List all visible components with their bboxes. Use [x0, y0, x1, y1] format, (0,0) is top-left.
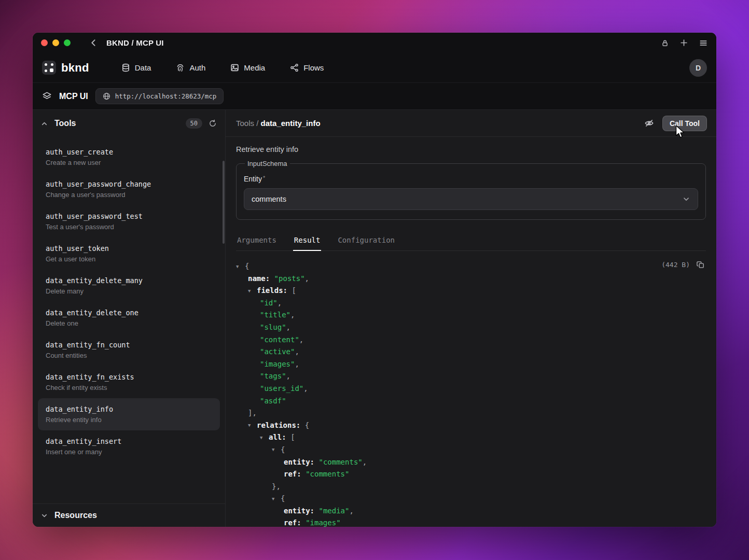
json-line: "tags", [236, 370, 706, 383]
sidebar-scrollbar[interactable] [223, 161, 225, 244]
tool-name: data_entity_fn_exists [46, 373, 212, 381]
json-line: "content", [236, 334, 706, 346]
lock-icon[interactable] [661, 39, 669, 47]
globe-icon [103, 92, 110, 100]
tab-result[interactable]: Result [293, 231, 322, 251]
json-punct: [ [286, 433, 295, 441]
new-tab-icon[interactable] [679, 38, 688, 47]
sidebar-item-auth_user_create[interactable]: auth_user_createCreate a new user [38, 141, 220, 173]
nav-item-flows[interactable]: Flows [290, 63, 324, 72]
json-string: "content" [260, 335, 299, 344]
sidebar-item-data_entity_delete_one[interactable]: data_entity_delete_oneDelete one [38, 302, 220, 334]
call-tool-button[interactable]: Call Tool [662, 116, 707, 131]
tool-description: Retrieve entity info [236, 145, 706, 153]
json-string: "title" [260, 311, 290, 319]
entity-select-value: comments [252, 195, 286, 203]
close-window-button[interactable] [41, 39, 48, 46]
traffic-lights [41, 39, 71, 46]
tool-name: data_entity_info [46, 405, 212, 413]
json-line: name: "posts", [236, 273, 706, 285]
json-line: ref: "comments" [236, 468, 706, 481]
tree-toggle-icon[interactable]: ▼ [248, 285, 257, 298]
tool-name: data_entity_insert [46, 437, 212, 445]
tree-toggle-icon[interactable]: ▼ [260, 432, 269, 444]
tools-sidebar: Tools 50 auth_user_createCreate a new us… [33, 110, 226, 527]
mcp-url-pill[interactable]: http://localhost:28623/mcp [95, 88, 224, 104]
sidebar-item-auth_user_password_test[interactable]: auth_user_password_testTest a user's pas… [38, 205, 220, 237]
tree-toggle-icon[interactable]: ▼ [248, 419, 257, 432]
breadcrumb-current: data_entity_info [261, 119, 321, 128]
json-line: ▼{ [236, 493, 706, 505]
bknd-logo[interactable]: bknd [42, 61, 89, 75]
json-punct: { [281, 445, 285, 454]
tool-description: Retrieve entity info [46, 416, 212, 424]
breadcrumb-section[interactable]: Tools [236, 119, 254, 128]
fingerprint-icon [176, 63, 185, 72]
page-title: MCP UI [59, 92, 88, 101]
primary-nav: Data Auth Media Flows [121, 63, 324, 72]
sidebar-item-data_entity_info[interactable]: data_entity_infoRetrieve entity info [38, 398, 220, 430]
json-punct: , [290, 311, 295, 319]
back-icon[interactable] [89, 38, 98, 47]
sidebar-item-data_entity_delete_many[interactable]: data_entity_delete_manyDelete many [38, 270, 220, 302]
chevron-down-icon [40, 512, 48, 520]
sidebar-item-data_entity_insert[interactable]: data_entity_insertInsert one or many [38, 430, 220, 463]
tab-configuration[interactable]: Configuration [337, 231, 396, 250]
tool-description: Insert one or many [46, 448, 212, 456]
json-key: entity: [284, 458, 314, 466]
result-json-viewer: (442 B) ▼{name: "posts",▼fields: ["id","… [236, 251, 706, 527]
input-schema-group: InputSchema Entity* comments [236, 160, 706, 220]
nav-label: Media [244, 63, 265, 72]
eye-off-icon[interactable] [644, 118, 654, 128]
app-window: BKND / MCP UI bknd Data Auth [33, 33, 716, 527]
tool-description: Delete many [46, 287, 212, 295]
input-schema-legend: InputSchema [245, 160, 290, 167]
json-line: ▼{ [236, 444, 706, 456]
tree-toggle-icon[interactable]: ▼ [236, 261, 245, 273]
json-line: }, [236, 481, 706, 493]
json-string: "slug" [260, 323, 286, 331]
copy-icon[interactable] [696, 260, 705, 269]
sidebar-item-auth_user_token[interactable]: auth_user_tokenGet a user token [38, 237, 220, 270]
json-punct [270, 274, 274, 283]
tree-toggle-icon[interactable]: ▼ [272, 444, 281, 456]
json-key: fields: [257, 286, 287, 295]
nav-item-media[interactable]: Media [230, 63, 265, 72]
json-string: "comments" [306, 470, 349, 478]
tools-section-header[interactable]: Tools 50 [33, 110, 225, 137]
json-punct: ], [248, 409, 257, 417]
json-key: relations: [257, 421, 300, 429]
tool-description: Test a user's password [46, 223, 212, 231]
user-avatar[interactable]: D [689, 59, 707, 77]
database-icon [121, 63, 130, 72]
resources-section-header[interactable]: Resources [33, 503, 225, 527]
maximize-window-button[interactable] [64, 39, 71, 46]
tool-description: Check if entity exists [46, 384, 212, 391]
window-title: BKND / MCP UI [106, 38, 164, 47]
json-line: entity: "comments", [236, 456, 706, 469]
refresh-icon[interactable] [209, 119, 217, 128]
json-key: name: [248, 274, 270, 283]
sidebar-item-data_entity_fn_count[interactable]: data_entity_fn_countCount entities [38, 334, 220, 366]
sidebar-item-data_entity_fn_exists[interactable]: data_entity_fn_existsCheck if entity exi… [38, 366, 220, 398]
tool-description: Create a new user [46, 159, 212, 166]
tool-name: auth_user_password_change [46, 180, 212, 188]
tool-name: auth_user_password_test [46, 212, 212, 220]
json-string: "comments" [318, 458, 362, 466]
tools-section-title: Tools [54, 119, 76, 128]
nav-item-data[interactable]: Data [121, 63, 151, 72]
json-punct: [ [287, 286, 296, 295]
entity-select[interactable]: comments [244, 188, 698, 210]
minimize-window-button[interactable] [52, 39, 59, 46]
json-punct: , [349, 507, 353, 515]
json-line: "slug", [236, 321, 706, 334]
json-string: "media" [318, 507, 349, 515]
chevron-down-icon [682, 195, 690, 203]
sidebar-item-auth_user_password_change[interactable]: auth_user_password_changeChange a user's… [38, 173, 220, 205]
nav-item-auth[interactable]: Auth [176, 63, 205, 72]
json-punct: , [286, 323, 290, 331]
menu-icon[interactable] [699, 38, 708, 48]
tab-arguments[interactable]: Arguments [236, 231, 278, 250]
tree-toggle-icon[interactable]: ▼ [272, 493, 281, 506]
breadcrumb: Tools / data_entity_info [236, 119, 321, 128]
